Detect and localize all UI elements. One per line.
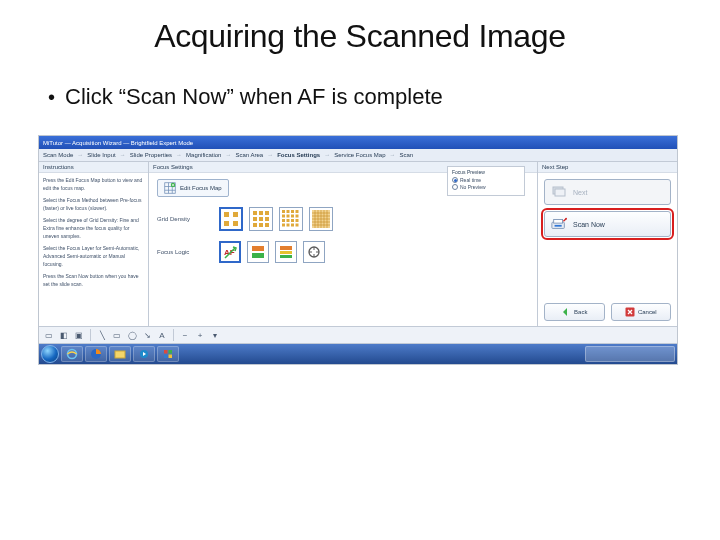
svg-rect-31 bbox=[282, 224, 285, 227]
svg-rect-14 bbox=[259, 217, 263, 221]
grid-density-coarse[interactable] bbox=[219, 207, 243, 231]
taskbar-firefox[interactable] bbox=[85, 346, 107, 362]
next-button-label: Next bbox=[573, 189, 587, 196]
svg-rect-13 bbox=[253, 217, 257, 221]
svg-rect-27 bbox=[282, 219, 285, 222]
focus-logic-manual[interactable] bbox=[303, 241, 325, 263]
cancel-label: Cancel bbox=[638, 309, 657, 315]
wizard-step[interactable]: Scan Area bbox=[235, 152, 263, 158]
preview-realtime-option[interactable]: Real time bbox=[452, 177, 520, 183]
tool-dropdown[interactable]: ▾ bbox=[209, 329, 221, 341]
wizard-step[interactable]: Scan bbox=[400, 152, 414, 158]
focus-logic-adv[interactable] bbox=[275, 241, 297, 263]
svg-rect-26 bbox=[296, 215, 299, 218]
svg-rect-25 bbox=[291, 215, 294, 218]
svg-rect-23 bbox=[282, 215, 285, 218]
instructions-header: Instructions bbox=[39, 162, 148, 173]
tool-strip: ▭ ◧ ▣ ╲ ▭ ◯ ↘ A − + ▾ bbox=[39, 326, 677, 344]
preview-none-option[interactable]: No Preview bbox=[452, 184, 520, 190]
svg-rect-16 bbox=[253, 223, 257, 227]
next-step-header: Next Step bbox=[538, 162, 677, 173]
svg-rect-33 bbox=[291, 224, 294, 227]
wizard-step[interactable]: Slide Properties bbox=[130, 152, 172, 158]
svg-rect-28 bbox=[287, 219, 290, 222]
focus-preview-box: Focus Preview Real time No Preview bbox=[447, 166, 525, 196]
focus-logic-semi[interactable] bbox=[247, 241, 269, 263]
svg-rect-66 bbox=[169, 355, 173, 359]
svg-rect-48 bbox=[252, 253, 264, 258]
svg-rect-32 bbox=[287, 224, 290, 227]
edit-focus-map-label: Edit Focus Map bbox=[180, 185, 222, 191]
svg-rect-63 bbox=[164, 350, 168, 354]
grid-density-xfine[interactable] bbox=[309, 207, 333, 231]
taskbar-app[interactable] bbox=[157, 346, 179, 362]
svg-point-57 bbox=[565, 218, 567, 220]
wizard-breadcrumb: Scan Mode→ Slide Input→ Slide Properties… bbox=[39, 149, 677, 162]
window-titlebar: MiTutor — Acquisition Wizard — Brightfie… bbox=[39, 136, 677, 149]
focus-logic-options: AF bbox=[219, 241, 325, 263]
svg-rect-49 bbox=[280, 246, 292, 250]
window-title: MiTutor — Acquisition Wizard — Brightfie… bbox=[43, 140, 193, 146]
cancel-button[interactable]: Cancel bbox=[611, 303, 672, 321]
tool-eraser[interactable]: ◧ bbox=[58, 329, 70, 341]
bullet-item: • Click “Scan Now” when AF is complete bbox=[42, 83, 678, 111]
svg-rect-24 bbox=[287, 215, 290, 218]
back-label: Back bbox=[574, 309, 587, 315]
svg-point-59 bbox=[68, 350, 77, 359]
svg-rect-61 bbox=[115, 351, 125, 358]
taskbar-preview[interactable] bbox=[585, 346, 675, 362]
svg-rect-17 bbox=[259, 223, 263, 227]
svg-rect-21 bbox=[291, 210, 294, 213]
wizard-step[interactable]: Scan Mode bbox=[43, 152, 73, 158]
wizard-step[interactable]: Service Focus Map bbox=[334, 152, 385, 158]
svg-rect-22 bbox=[296, 210, 299, 213]
svg-rect-54 bbox=[555, 189, 565, 196]
radio-icon bbox=[452, 184, 458, 190]
svg-rect-64 bbox=[169, 350, 173, 354]
wizard-step[interactable]: Slide Input bbox=[87, 152, 115, 158]
svg-rect-9 bbox=[233, 221, 238, 226]
tool-select[interactable]: ▣ bbox=[73, 329, 85, 341]
back-button[interactable]: Back bbox=[544, 303, 605, 321]
taskbar-mediaplayer[interactable] bbox=[133, 346, 155, 362]
layers-icon bbox=[551, 185, 567, 199]
tool-circle[interactable]: ◯ bbox=[126, 329, 138, 341]
start-orb[interactable] bbox=[41, 345, 59, 363]
taskbar-ie[interactable] bbox=[61, 346, 83, 362]
svg-rect-47 bbox=[252, 246, 264, 251]
close-icon bbox=[625, 307, 635, 317]
focus-logic-label: Focus Logic bbox=[157, 249, 209, 255]
svg-rect-29 bbox=[291, 219, 294, 222]
grid-density-normal[interactable] bbox=[249, 207, 273, 231]
svg-rect-12 bbox=[265, 211, 269, 215]
scan-now-label: Scan Now bbox=[573, 221, 605, 228]
wizard-step[interactable]: Magnification bbox=[186, 152, 221, 158]
radio-icon bbox=[452, 177, 458, 183]
instructions-panel: Instructions Press the Edit Focus Map bu… bbox=[39, 162, 149, 327]
next-button[interactable]: Next bbox=[544, 179, 671, 205]
tool-zoom-in[interactable]: + bbox=[194, 329, 206, 341]
tool-line[interactable]: ╲ bbox=[96, 329, 108, 341]
tool-rect[interactable]: ▭ bbox=[111, 329, 123, 341]
windows-taskbar bbox=[39, 344, 677, 364]
grid-density-fine[interactable] bbox=[279, 207, 303, 231]
tool-text[interactable]: A bbox=[156, 329, 168, 341]
grid-plus-icon bbox=[164, 182, 176, 194]
tool-arrow[interactable]: ↘ bbox=[141, 329, 153, 341]
tool-cursor[interactable]: ▭ bbox=[43, 329, 55, 341]
tool-zoom-out[interactable]: − bbox=[179, 329, 191, 341]
svg-rect-6 bbox=[224, 212, 229, 217]
svg-rect-50 bbox=[280, 251, 292, 254]
svg-rect-20 bbox=[287, 210, 290, 213]
focus-logic-auto[interactable]: AF bbox=[219, 241, 241, 263]
taskbar-explorer[interactable] bbox=[109, 346, 131, 362]
svg-rect-65 bbox=[164, 355, 168, 359]
svg-rect-11 bbox=[259, 211, 263, 215]
wizard-step-active[interactable]: Focus Settings bbox=[277, 152, 320, 158]
bullet-text: Click “Scan Now” when AF is complete bbox=[65, 83, 443, 111]
arrow-left-icon bbox=[561, 307, 571, 317]
svg-rect-56 bbox=[554, 220, 563, 224]
edit-focus-map-button[interactable]: Edit Focus Map bbox=[157, 179, 229, 197]
scan-now-button[interactable]: Scan Now bbox=[544, 211, 671, 237]
slide-title: Acquiring the Scanned Image bbox=[42, 18, 678, 55]
